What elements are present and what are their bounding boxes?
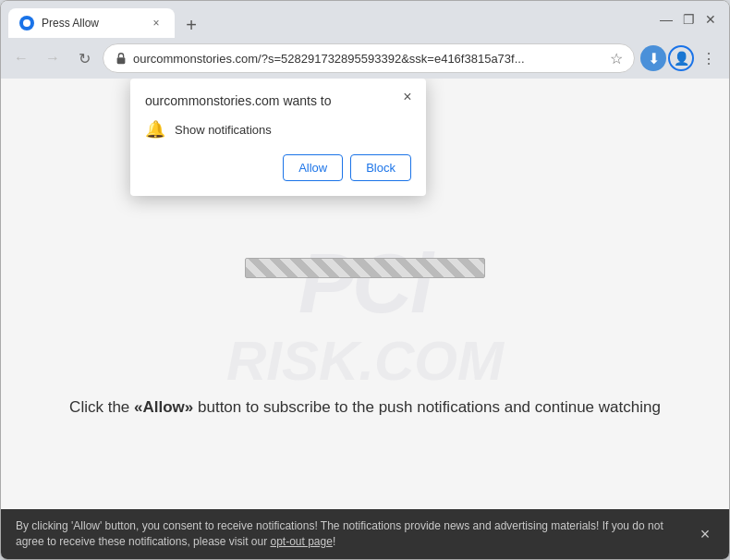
tab-close-button[interactable]: × — [149, 16, 164, 30]
page-content: PCl RISK.COM × ourcommonstories.com want… — [1, 79, 729, 509]
popup-notification-row: 🔔 Show notifications — [145, 119, 411, 140]
minimize-button[interactable]: — — [659, 12, 674, 27]
extensions-button[interactable]: ⬇ — [640, 45, 666, 71]
loading-bar — [245, 258, 485, 278]
tab-title: Press Allow — [42, 17, 141, 30]
block-button[interactable]: Block — [350, 154, 411, 181]
address-bar[interactable]: ourcommonstories.com/?s=5282917328955933… — [103, 43, 635, 73]
url-display: ourcommonstories.com/?s=5282917328955933… — [133, 52, 604, 66]
popup-notification-text: Show notifications — [175, 123, 272, 137]
menu-button[interactable]: ⋮ — [696, 45, 722, 71]
nav-bar: ← → ↻ ourcommonstories.com/?s=5282917328… — [1, 38, 729, 79]
notification-popup: × ourcommonstories.com wants to 🔔 Show n… — [130, 79, 426, 196]
allow-button[interactable]: Allow — [283, 154, 343, 181]
allow-highlight: «Allow» — [134, 398, 193, 416]
forward-button[interactable]: → — [40, 45, 66, 71]
bottom-bar-text: By clicking 'Allow' button, you consent … — [16, 518, 685, 550]
lock-icon — [115, 52, 128, 65]
nav-right-buttons: ⬇ 👤 ⋮ — [640, 45, 722, 71]
profile-button[interactable]: 👤 — [668, 45, 694, 71]
bell-icon: 🔔 — [145, 119, 165, 140]
main-message: Click the «Allow» button to subscribe to… — [1, 398, 729, 417]
browser-window: Press Allow × + — ❐ ✕ ← → ↻ ourcommonsto… — [0, 0, 730, 560]
opt-out-link[interactable]: opt-out page — [270, 535, 332, 548]
bottom-bar-close-button[interactable]: × — [696, 525, 714, 543]
watermark-bottom: RISK.COM — [226, 329, 504, 393]
close-button[interactable]: ✕ — [703, 12, 718, 27]
popup-close-button[interactable]: × — [398, 88, 417, 106]
window-controls: — ❐ ✕ — [659, 12, 722, 27]
tab-strip: Press Allow × + — [8, 1, 653, 38]
bottom-bar-message: By clicking 'Allow' button, you consent … — [16, 519, 663, 548]
svg-rect-0 — [117, 57, 126, 64]
bottom-bar-end: ! — [333, 535, 335, 548]
tab-favicon — [19, 16, 34, 30]
loading-bar-area — [245, 258, 485, 278]
popup-title: ourcommonstories.com wants to — [145, 93, 393, 108]
new-tab-button[interactable]: + — [178, 12, 204, 38]
popup-buttons: Allow Block — [145, 154, 411, 181]
active-tab[interactable]: Press Allow × — [8, 8, 175, 38]
maximize-button[interactable]: ❐ — [681, 12, 696, 27]
title-bar: Press Allow × + — ❐ ✕ — [1, 1, 729, 38]
bookmark-icon[interactable]: ☆ — [610, 50, 623, 67]
bottom-notification-bar: By clicking 'Allow' button, you consent … — [1, 509, 729, 559]
back-button[interactable]: ← — [8, 45, 34, 71]
reload-button[interactable]: ↻ — [71, 45, 97, 71]
watermark-top: PCl — [298, 237, 432, 332]
